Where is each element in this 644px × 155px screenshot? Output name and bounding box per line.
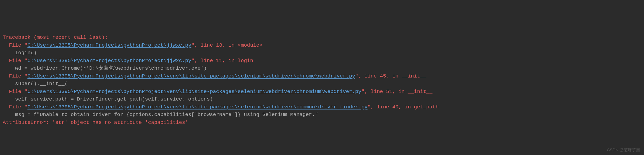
file-quote: ": [24, 58, 27, 64]
error-message: 'str' object has no attribute 'capabilit…: [52, 120, 188, 125]
file-path-link[interactable]: C:\Users\13395\PycharmProjects\pythonPro…: [27, 42, 191, 48]
line-info: , line 51, in __init__: [364, 89, 432, 95]
file-quote: ": [24, 73, 27, 79]
error-type: AttributeError: [3, 120, 46, 125]
file-quote: ": [191, 58, 194, 64]
file-keyword: File: [3, 89, 24, 95]
traceback-frame-0-file: File "C:\Users\13395\PycharmProjects\pyt…: [3, 41, 641, 49]
file-path-link[interactable]: C:\Users\13395\PycharmProjects\pythonPro…: [27, 58, 191, 64]
file-quote: ": [24, 89, 27, 95]
file-keyword: File: [3, 58, 24, 64]
line-info: , line 11, in login: [194, 58, 253, 64]
traceback-frame-3-file: File "C:\Users\13395\PycharmProjects\pyt…: [3, 88, 641, 96]
file-path-link[interactable]: C:\Users\13395\PycharmProjects\pythonPro…: [27, 89, 361, 95]
error-separator: :: [46, 120, 52, 125]
file-keyword: File: [3, 73, 24, 79]
file-quote: ": [355, 73, 358, 79]
line-info: , line 18, in <module>: [194, 42, 262, 48]
file-quote: ": [367, 104, 370, 110]
traceback-frame-3-code: self.service.path = DriverFinder.get_pat…: [3, 95, 641, 103]
file-quote: ": [24, 42, 27, 48]
traceback-header: Traceback (most recent call last):: [3, 34, 641, 41]
file-path-link[interactable]: C:\Users\13395\PycharmProjects\pythonPro…: [27, 73, 355, 79]
file-path-link[interactable]: C:\Users\13395\PycharmProjects\pythonPro…: [27, 104, 367, 110]
traceback-frame-4-file: File "C:\Users\13395\PycharmProjects\pyt…: [3, 103, 641, 111]
traceback-frame-1-code: wd = webdriver.Chrome(r'D:\安装包\webdriver…: [3, 64, 641, 72]
traceback-frame-0-code: login(): [3, 49, 641, 57]
file-quote: ": [191, 42, 194, 48]
traceback-frame-2-file: File "C:\Users\13395\PycharmProjects\pyt…: [3, 72, 641, 80]
traceback-error: AttributeError: 'str' object has no attr…: [3, 119, 641, 127]
traceback-frame-4-code: msg = f"Unable to obtain driver for {opt…: [3, 111, 641, 119]
file-keyword: File: [3, 104, 24, 110]
line-info: , line 40, in get_path: [371, 104, 439, 110]
traceback-frame-2-code: super().__init__(: [3, 80, 641, 88]
traceback-frame-1-file: File "C:\Users\13395\PycharmProjects\pyt…: [3, 57, 641, 65]
watermark: CSDN @芝麻芋圆: [607, 147, 640, 153]
file-keyword: File: [3, 42, 24, 48]
line-info: , line 45, in __init__: [358, 73, 426, 79]
file-quote: ": [361, 89, 364, 95]
file-quote: ": [24, 104, 27, 110]
traceback-output: Traceback (most recent call last): File …: [3, 34, 641, 126]
